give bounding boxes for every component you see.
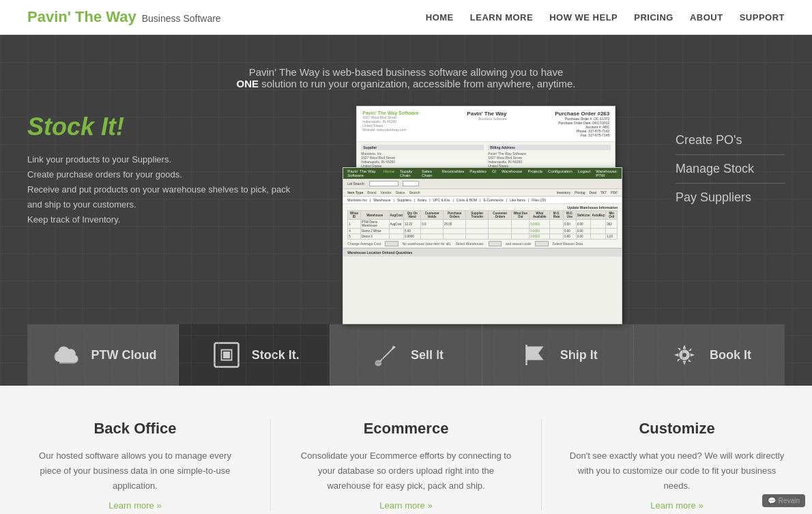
nav-about[interactable]: ABOUT xyxy=(690,12,723,23)
tile-ship-it-label: Ship It xyxy=(560,348,598,362)
tagline-line1: Pavin' The Way is web-based business sof… xyxy=(249,66,564,78)
divider-1 xyxy=(270,420,271,511)
ecommerce-link[interactable]: Learn more » xyxy=(298,500,514,511)
tile-sell-it[interactable]: Sell It xyxy=(330,324,482,386)
back-office-body: Our hosted software allows you to manage… xyxy=(27,448,243,494)
back-office-title: Back Office xyxy=(27,420,243,438)
feature-create-po: Create PO's xyxy=(676,126,785,155)
nav-learn-more[interactable]: LEARN MORE xyxy=(470,12,533,23)
logo-tagline: Business Software xyxy=(142,13,221,24)
tagline-rest: solution to run your organization, acces… xyxy=(259,78,575,89)
revain-badge: 💬 Revain xyxy=(762,494,805,507)
cursor-icon xyxy=(209,338,244,372)
hero-description: Link your products to your Suppliers. Cr… xyxy=(27,152,304,227)
screenshot-stack: Pavin' The Way Software 1827 West Blvd S… xyxy=(343,106,636,324)
back-office-link[interactable]: Learn more » xyxy=(27,500,243,511)
section-title: Stock It! xyxy=(27,113,304,141)
brush-icon xyxy=(368,338,403,372)
screenshot-warehouse: Pavin' The Way Software HomeSupply Chain… xyxy=(343,167,622,324)
ecommerce-title: Ecommerce xyxy=(298,420,514,438)
nav-support[interactable]: SUPPORT xyxy=(740,12,785,23)
bottom-tiles: PTW Cloud Stock It. Sell It Ship It xyxy=(27,324,785,386)
customize-body: Don't see exactly what you need? We will… xyxy=(569,448,785,494)
hero-content: Stock It! Link your products to your Sup… xyxy=(27,106,785,324)
divider-2 xyxy=(541,420,542,511)
feature-pay-suppliers: Pay Suppliers xyxy=(676,184,785,212)
bottom-section: Back Office Our hosted software allows y… xyxy=(0,386,812,514)
tagline-one: ONE xyxy=(237,78,259,89)
feature-manage-stock: Manage Stock xyxy=(676,155,785,184)
col-back-office: Back Office Our hosted software allows y… xyxy=(27,420,243,511)
svg-point-5 xyxy=(682,353,686,357)
svg-point-1 xyxy=(375,360,381,367)
tile-ptw-cloud-label: PTW Cloud xyxy=(91,348,157,362)
feature-list: Create PO's Manage Stock Pay Suppliers xyxy=(676,126,785,212)
revain-label: Revain xyxy=(779,497,800,504)
nav-how-we-help[interactable]: HOW WE HELP xyxy=(549,12,618,23)
hero-section: Pavin' The Way is web-based business sof… xyxy=(0,35,812,386)
tile-sell-it-label: Sell It xyxy=(411,348,444,362)
col-ecommerce: Ecommerce Consolidate your Ecommerce eff… xyxy=(298,420,514,511)
tile-book-it[interactable]: Book It xyxy=(634,324,785,386)
hero-tagline: Pavin' The Way is web-based business sof… xyxy=(27,55,785,106)
cloud-icon xyxy=(49,338,83,372)
customize-title: Customize xyxy=(569,420,785,438)
col-customize: Customize Don't see exactly what you nee… xyxy=(569,420,785,511)
hero-screenshots: Pavin' The Way Software 1827 West Blvd S… xyxy=(324,106,655,324)
tile-stock-it[interactable]: Stock It. xyxy=(179,324,330,386)
ecommerce-body: Consolidate your Ecommerce efforts by co… xyxy=(298,448,514,494)
flag-icon xyxy=(518,338,552,372)
nav-home[interactable]: HOME xyxy=(426,12,454,23)
navigation: Pavin' The Way Business Software HOME LE… xyxy=(0,0,812,35)
customize-link[interactable]: Learn more » xyxy=(569,500,785,511)
tile-stock-it-label: Stock It. xyxy=(252,348,300,362)
revain-icon: 💬 xyxy=(768,497,776,504)
logo: Pavin' The Way Business Software xyxy=(27,8,221,26)
gear-icon xyxy=(667,338,701,372)
hero-right-panel: Create PO's Manage Stock Pay Suppliers xyxy=(676,106,785,324)
tile-book-it-label: Book It xyxy=(710,348,751,362)
tile-ship-it[interactable]: Ship It xyxy=(482,324,634,386)
tile-ptw-cloud[interactable]: PTW Cloud xyxy=(27,324,179,386)
hero-left-panel: Stock It! Link your products to your Sup… xyxy=(27,106,304,324)
nav-links: HOME LEARN MORE HOW WE HELP PRICING ABOU… xyxy=(426,12,785,23)
logo-brand: Pavin' The Way xyxy=(27,8,136,26)
nav-pricing[interactable]: PRICING xyxy=(634,12,673,23)
